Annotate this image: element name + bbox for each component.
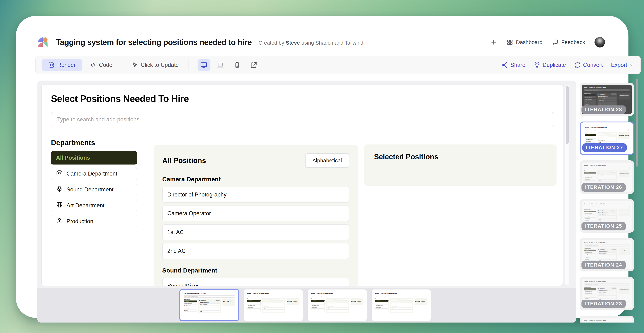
positions-section: Sound Department Sound Mixer [162, 267, 349, 286]
app-title: Select Positions Needed To Hire [51, 93, 189, 104]
version-thumbnail[interactable]: Select Positions Needed To Hire Type to … [371, 289, 431, 321]
new-project-button[interactable] [490, 39, 497, 46]
version-thumbnail-preview: Select Positions Needed To Hire Type to … [309, 291, 366, 320]
toolbar-divider [122, 60, 122, 70]
iteration-badge: ITERATION 26 [582, 183, 626, 192]
position-row[interactable]: Sound Mixer [162, 278, 349, 286]
plus-icon [490, 39, 497, 46]
device-mobile-button[interactable] [231, 59, 243, 71]
external-link-icon [250, 61, 258, 69]
convert-button[interactable]: Convert [574, 62, 603, 68]
export-label: Export [611, 62, 627, 68]
device-switcher [198, 59, 260, 71]
department-button[interactable]: Sound Department [51, 183, 137, 196]
sidebar-scrollbar-thumb[interactable] [636, 79, 638, 167]
share-button[interactable]: Share [502, 62, 526, 68]
department-label: Camera Department [66, 170, 117, 177]
iteration-badge: ITERATION 28 [582, 105, 626, 114]
selected-positions-heading: Selected Positions [374, 153, 546, 161]
selected-positions-panel: Selected Positions [364, 144, 556, 186]
version-thumbnail[interactable]: Select Positions Needed To Hire Type to … [244, 289, 303, 321]
feedback-label: Feedback [561, 39, 585, 45]
app-logo-icon [38, 37, 48, 47]
render-area: Select Positions Needed To Hire Departme… [37, 80, 576, 323]
iteration-badge: ITERATION 24 [582, 261, 626, 269]
iteration-badge: ITERATION 25 [582, 222, 626, 230]
click-to-update-label: Click to Update [141, 62, 179, 68]
byline-author: Steve [286, 40, 300, 46]
tab-code[interactable]: Code [90, 62, 112, 68]
app-card-scrollbar[interactable] [565, 85, 569, 285]
iteration-card[interactable]: Select Positions Needed To Hire Type to … [580, 238, 634, 271]
version-thumbnail-preview: Select Positions Needed To Hire Type to … [245, 291, 302, 320]
departments-heading: Departments [51, 139, 137, 147]
iteration-card[interactable]: Select Positions Needed To Hire Type to … [580, 316, 634, 323]
dashboard-label: Dashboard [516, 39, 542, 45]
device-desktop-button[interactable] [198, 59, 210, 71]
positions-panel: All Positions Alphabetical Camera Depart… [154, 145, 358, 286]
position-row[interactable]: Camera Operator [162, 206, 349, 221]
positions-section-heading: Sound Department [162, 267, 349, 274]
share-nodes-icon [502, 62, 508, 68]
iteration-card[interactable]: Select Positions Needed To Hire Type to … [580, 160, 634, 194]
monitor-icon [200, 61, 208, 69]
positions-section-heading: Camera Department [162, 176, 349, 183]
tab-render[interactable]: Render [42, 59, 82, 71]
click-to-update-button[interactable]: Click to Update [132, 62, 179, 68]
version-thumbnail-preview: Select Positions Needed To Hire Type to … [373, 291, 430, 320]
byline: Created by Steve using Shadcn and Tailwi… [258, 40, 364, 46]
open-preview-button[interactable] [248, 59, 260, 71]
iteration-card[interactable]: Select Positions Needed To Hire Type to … [580, 83, 634, 116]
sort-alphabetical-button[interactable]: Alphabetical [305, 153, 349, 168]
position-row[interactable]: Director of Photography [162, 187, 349, 203]
version-thumbnail-preview: Select Positions Needed To Hire Type to … [182, 291, 237, 319]
department-button[interactable]: Camera Department [51, 167, 137, 180]
cursor-icon [132, 62, 138, 68]
versions-strip: Select Positions Needed To Hire Type to … [37, 288, 576, 323]
position-row[interactable]: 2nd AC [162, 243, 349, 259]
department-button[interactable]: All Positions [51, 151, 137, 165]
department-label: Production [66, 218, 93, 225]
laptop-icon [217, 61, 224, 69]
app-window: Tagging system for selecting positions n… [16, 16, 628, 318]
iteration-preview: Select Positions Needed To Hire Type to … [582, 318, 632, 323]
avatar[interactable] [594, 37, 605, 47]
code-icon [90, 62, 96, 68]
version-thumbnail[interactable]: Select Positions Needed To Hire Type to … [307, 289, 367, 321]
chat-bubble-icon [552, 39, 559, 46]
convert-label: Convert [583, 62, 603, 68]
window-header: Tagging system for selecting positions n… [38, 34, 605, 50]
version-thumbnail[interactable]: Select Positions Needed To Hire Type to … [180, 289, 239, 321]
department-label: Art Department [66, 202, 104, 209]
rendered-app-card: Select Positions Needed To Hire Departme… [41, 84, 563, 286]
iteration-card[interactable]: Select Positions Needed To Hire Type to … [580, 277, 634, 310]
share-label: Share [510, 62, 526, 68]
convert-cycle-icon [574, 62, 581, 68]
duplicate-label: Duplicate [543, 62, 566, 68]
user-icon [56, 217, 63, 226]
smartphone-icon [233, 61, 241, 69]
department-button[interactable]: Production [51, 215, 137, 228]
camera-icon [56, 170, 63, 178]
department-button[interactable]: Art Department [51, 199, 137, 212]
search-input[interactable] [51, 112, 554, 127]
app-card-scrollbar-thumb[interactable] [566, 86, 569, 144]
iterations-sidebar: Select Positions Needed To Hire Type to … [580, 80, 639, 323]
department-label: Sound Department [66, 186, 114, 193]
feedback-button[interactable]: Feedback [552, 39, 585, 46]
iteration-card[interactable]: Select Positions Needed To Hire Type to … [580, 199, 634, 233]
iteration-card[interactable]: Select Positions Needed To Hire Type to … [580, 122, 634, 155]
chevron-down-icon [630, 63, 634, 67]
background: Tagging system for selecting positions n… [0, 0, 644, 333]
duplicate-button[interactable]: Duplicate [534, 62, 566, 68]
dashboard-button[interactable]: Dashboard [506, 39, 542, 46]
export-button[interactable]: Export [611, 62, 634, 68]
position-row[interactable]: 1st AC [162, 224, 349, 240]
byline-prefix: Created by [258, 40, 284, 46]
positions-section: Camera Department Director of Photograph… [162, 176, 349, 259]
device-laptop-button[interactable] [214, 59, 226, 71]
positions-sections: Camera Department Director of Photograph… [162, 176, 349, 286]
code-label: Code [99, 62, 112, 68]
render-icon [48, 62, 54, 68]
microphone-icon [56, 185, 63, 194]
